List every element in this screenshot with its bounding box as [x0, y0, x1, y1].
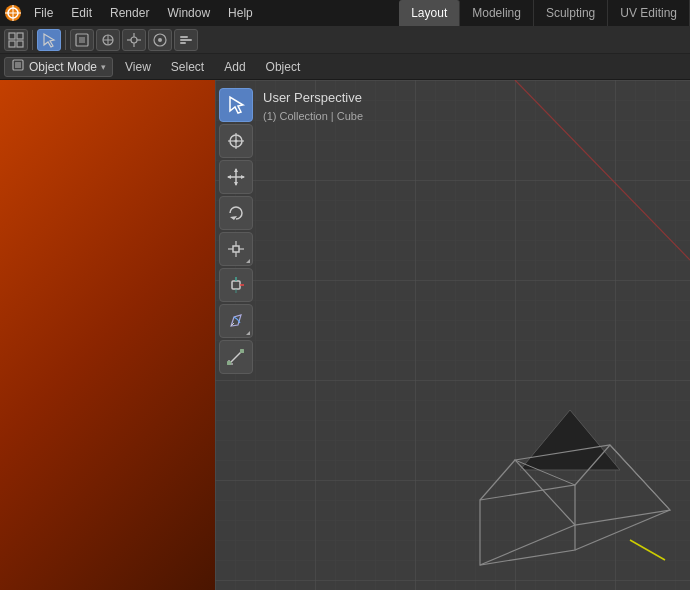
left-toolbar — [219, 88, 253, 374]
tool-transform[interactable] — [219, 268, 253, 302]
snap-btn[interactable] — [122, 29, 146, 51]
viewport-3d[interactable]: User Perspective (1) Collection | Cube — [215, 80, 690, 590]
proportional-btn[interactable] — [148, 29, 172, 51]
object-mode-icon — [11, 58, 25, 75]
menu-window[interactable]: Window — [159, 4, 218, 22]
workspace-tabs: Layout Modeling Sculpting UV Editing — [399, 0, 690, 26]
snap-group — [70, 29, 198, 51]
perspective-label: User Perspective — [263, 88, 363, 108]
svg-rect-46 — [232, 281, 240, 289]
menu-help[interactable]: Help — [220, 4, 261, 22]
svg-rect-5 — [17, 33, 23, 39]
tab-uv-editing[interactable]: UV Editing — [608, 0, 690, 26]
tool-scale[interactable] — [219, 232, 253, 266]
svg-point-14 — [131, 37, 137, 43]
tool-move[interactable] — [219, 160, 253, 194]
svg-marker-39 — [241, 175, 245, 179]
editor-type-btn[interactable] — [4, 29, 28, 51]
svg-line-64 — [610, 445, 670, 510]
main-menu: File Edit Render Window Help — [26, 4, 261, 22]
transform-orient-btn[interactable] — [96, 29, 120, 51]
header-row: Object Mode ▾ View Select Add Object — [0, 54, 690, 80]
svg-rect-54 — [240, 349, 244, 353]
svg-point-20 — [158, 38, 162, 42]
select-btn[interactable]: Select — [163, 57, 212, 77]
blender-logo[interactable] — [0, 0, 26, 26]
svg-line-65 — [630, 540, 665, 560]
select-tool-btn[interactable] — [37, 29, 61, 51]
tool-cursor[interactable] — [219, 124, 253, 158]
tool-annotate[interactable] — [219, 304, 253, 338]
object-mode-label: Object Mode — [29, 60, 97, 74]
object-btn[interactable]: Object — [258, 57, 309, 77]
menu-bar: File Edit Render Window Help Layout Mode… — [0, 0, 690, 26]
svg-rect-41 — [233, 246, 239, 252]
tool-measure[interactable] — [219, 340, 253, 374]
separator-1 — [32, 30, 33, 50]
svg-marker-8 — [44, 34, 54, 47]
options-btn[interactable] — [174, 29, 198, 51]
svg-line-62 — [480, 525, 575, 565]
svg-line-59 — [480, 460, 515, 500]
tab-layout[interactable]: Layout — [399, 0, 460, 26]
svg-rect-6 — [9, 41, 15, 47]
svg-marker-38 — [227, 175, 231, 179]
tab-sculpting[interactable]: Sculpting — [534, 0, 608, 26]
main-content: User Perspective (1) Collection | Cube — [0, 80, 690, 590]
cube-wireframe — [460, 390, 680, 570]
svg-point-33 — [235, 140, 238, 143]
viewport-info: User Perspective (1) Collection | Cube — [263, 88, 363, 124]
svg-rect-7 — [17, 41, 23, 47]
pivot-btn[interactable] — [70, 29, 94, 51]
tab-modeling[interactable]: Modeling — [460, 0, 534, 26]
menu-file[interactable]: File — [26, 4, 61, 22]
svg-marker-37 — [234, 182, 238, 186]
svg-rect-23 — [180, 42, 186, 44]
svg-marker-29 — [230, 97, 243, 113]
menu-render[interactable]: Render — [102, 4, 157, 22]
svg-rect-22 — [180, 39, 192, 41]
transform-tools — [37, 29, 61, 51]
menu-edit[interactable]: Edit — [63, 4, 100, 22]
svg-marker-56 — [520, 410, 620, 470]
toolbar-row — [0, 26, 690, 54]
svg-line-61 — [575, 510, 670, 550]
chevron-down-icon: ▾ — [101, 62, 106, 72]
add-btn[interactable]: Add — [216, 57, 253, 77]
svg-marker-58 — [480, 485, 575, 565]
tool-rotate[interactable] — [219, 196, 253, 230]
svg-marker-36 — [234, 168, 238, 172]
object-mode-dropdown[interactable]: Object Mode ▾ — [4, 57, 113, 77]
svg-rect-4 — [9, 33, 15, 39]
view-btn[interactable]: View — [117, 57, 159, 77]
left-panel — [0, 80, 215, 590]
separator-2 — [65, 30, 66, 50]
tool-select[interactable] — [219, 88, 253, 122]
svg-marker-40 — [230, 216, 237, 220]
svg-rect-10 — [79, 37, 85, 43]
collection-label: (1) Collection | Cube — [263, 108, 363, 125]
svg-rect-21 — [180, 36, 188, 38]
svg-rect-55 — [227, 361, 231, 365]
svg-rect-25 — [15, 62, 21, 68]
